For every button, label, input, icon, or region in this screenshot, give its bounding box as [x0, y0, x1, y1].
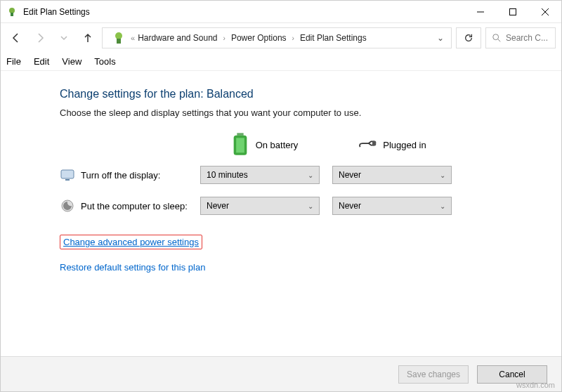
- up-button[interactable]: [78, 28, 98, 48]
- chevron-down-icon: ⌄: [308, 202, 313, 210]
- svg-point-0: [9, 8, 15, 13]
- plug-icon: [358, 135, 377, 155]
- search-input[interactable]: Search C...: [485, 27, 556, 48]
- forward-button[interactable]: [30, 28, 50, 48]
- watermark: wsxdn.com: [516, 381, 555, 389]
- sleep-battery-select[interactable]: Never ⌄: [200, 197, 320, 215]
- row-sleep-label: Put the computer to sleep:: [81, 201, 200, 211]
- menu-file[interactable]: File: [6, 56, 21, 67]
- breadcrumb[interactable]: « Hardware and Sound › Power Options › E…: [102, 27, 452, 48]
- menu-tools[interactable]: Tools: [94, 56, 115, 67]
- recent-locations-button[interactable]: [54, 28, 74, 48]
- column-headers: On battery Plugged in: [60, 135, 516, 155]
- breadcrumb-item[interactable]: Edit Plan Settings: [300, 33, 367, 43]
- chevron-left-icon: «: [131, 34, 135, 42]
- bottom-bar: Save changes Cancel: [1, 356, 561, 391]
- restore-defaults-link[interactable]: Restore default settings for this plan: [60, 262, 516, 273]
- window: Edit Plan Settings « Hardware and Sound …: [0, 0, 562, 392]
- display-plugged-value: Never: [339, 170, 361, 180]
- chevron-down-icon: ⌄: [440, 171, 445, 179]
- page-subtext: Choose the sleep and display settings th…: [60, 107, 516, 118]
- svg-rect-3: [510, 8, 516, 15]
- display-plugged-select[interactable]: Never ⌄: [332, 166, 452, 184]
- advanced-power-settings-link[interactable]: Change advanced power settings: [60, 235, 202, 249]
- header-plugged-in: Plugged in: [328, 135, 456, 155]
- titlebar: Edit Plan Settings: [1, 1, 561, 23]
- maximize-button[interactable]: [497, 1, 529, 23]
- display-battery-value: 10 minutes: [207, 170, 248, 180]
- app-icon: [6, 6, 18, 18]
- svg-point-8: [493, 34, 499, 40]
- header-on-battery: On battery: [200, 135, 328, 155]
- row-turn-off-display: Turn off the display: 10 minutes ⌄ Never…: [60, 166, 516, 184]
- header-on-battery-label: On battery: [256, 140, 299, 150]
- refresh-button[interactable]: [456, 27, 481, 48]
- sleep-plugged-value: Never: [339, 201, 361, 211]
- header-plugged-in-label: Plugged in: [383, 140, 426, 150]
- svg-rect-15: [65, 179, 70, 181]
- content-area: Change settings for the plan: Balanced C…: [1, 71, 561, 356]
- breadcrumb-item[interactable]: Power Options: [231, 33, 287, 43]
- chevron-right-icon: ›: [223, 34, 226, 42]
- chevron-right-icon: ›: [292, 34, 294, 42]
- sleep-plugged-select[interactable]: Never ⌄: [332, 197, 452, 215]
- menu-edit[interactable]: Edit: [34, 56, 49, 67]
- svg-rect-14: [61, 170, 74, 178]
- menubar: File Edit View Tools: [1, 53, 561, 71]
- battery-icon: [230, 135, 250, 155]
- search-icon: [492, 33, 502, 43]
- row-turn-off-display-label: Turn off the display:: [81, 170, 200, 181]
- breadcrumb-item[interactable]: Hardware and Sound: [138, 33, 217, 43]
- chevron-down-icon: ⌄: [440, 202, 445, 210]
- svg-point-6: [115, 32, 122, 39]
- power-options-icon: [111, 30, 126, 46]
- display-battery-select[interactable]: 10 minutes ⌄: [200, 166, 320, 184]
- window-title: Edit Plan Settings: [23, 7, 90, 17]
- search-placeholder: Search C...: [506, 33, 548, 43]
- svg-rect-12: [236, 138, 244, 153]
- chevron-down-icon[interactable]: ⌄: [437, 33, 444, 43]
- page-title: Change settings for the plan: Balanced: [60, 88, 516, 100]
- svg-line-9: [498, 39, 501, 42]
- back-button[interactable]: [6, 28, 26, 48]
- chevron-down-icon: ⌄: [308, 171, 313, 179]
- sleep-battery-value: Never: [207, 201, 229, 211]
- menu-view[interactable]: View: [62, 56, 81, 67]
- save-button[interactable]: Save changes: [398, 365, 469, 384]
- svg-rect-7: [117, 39, 121, 44]
- close-button[interactable]: [529, 1, 561, 23]
- nav-row: « Hardware and Sound › Power Options › E…: [1, 23, 561, 53]
- row-sleep: Put the computer to sleep: Never ⌄ Never…: [60, 197, 516, 215]
- monitor-icon: [60, 167, 75, 183]
- svg-rect-10: [237, 133, 243, 136]
- moon-icon: [60, 198, 75, 214]
- svg-rect-13: [372, 141, 376, 146]
- svg-rect-1: [11, 13, 13, 16]
- minimize-button[interactable]: [464, 1, 497, 23]
